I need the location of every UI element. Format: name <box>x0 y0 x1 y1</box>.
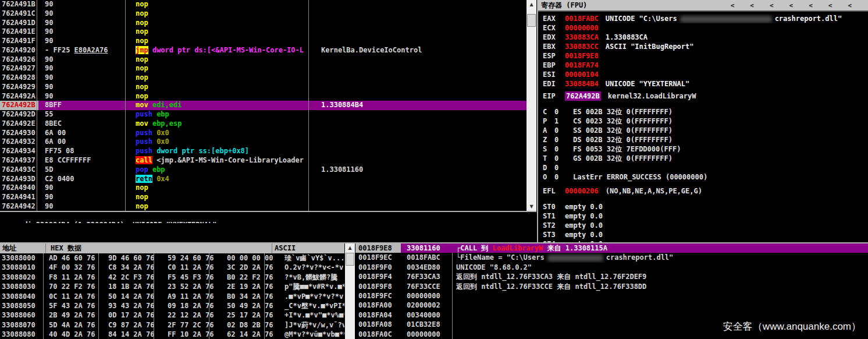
disasm-row[interactable]: 762A493DC2 0400retn 0x4 <box>0 175 527 184</box>
instruction-bytes: 90 <box>38 0 133 9</box>
disasm-row[interactable]: 762A492D55push ebp <box>0 110 527 119</box>
disasm-row[interactable]: 762A492990nop <box>0 83 527 92</box>
flag-row[interactable]: S0FS 0053 32位 7EFDD000(FFF) <box>538 144 868 154</box>
stack-row[interactable]: 0018F9F876F33CCE返回到 ntdll_12.76F33CCE 来自… <box>355 282 868 291</box>
disasm-row[interactable]: 762A491F90nop <box>0 37 527 46</box>
register-row[interactable]: EBX330883CCASCII "InitBugReport" <box>538 42 868 51</box>
collapse-chevron-icon[interactable]: < <box>789 2 794 9</box>
collapse-chevron-icon[interactable]: < <box>809 2 813 9</box>
dump-hex-group: 5F 43 2A 76 <box>45 301 104 310</box>
column-divider[interactable] <box>125 0 126 211</box>
disasm-row[interactable]: 762A491B90nop <box>0 0 527 9</box>
stack-address: 0018F9EC <box>355 253 401 262</box>
stack-row[interactable]: 0018F9F476F33CA3返回到 ntdll_12.76F33CA3 来自… <box>355 272 868 281</box>
stack-row[interactable]: 0018F9FC00000000 <box>355 291 868 301</box>
instruction-text: nop <box>133 37 319 46</box>
stack-row[interactable]: 0018F9EC0018FABC└FileName = "C:\Userscra… <box>355 253 868 262</box>
flag-name: S <box>543 144 554 154</box>
scroll-up-icon[interactable]: ▲ <box>345 243 355 252</box>
flag-row[interactable]: O0LastErr ERROR_SUCCESS (00000000) <box>538 172 868 182</box>
register-row[interactable]: EDX330883CA1.330883CA <box>538 33 868 42</box>
dump-hex-group: C8 34 2A 76 <box>104 263 163 272</box>
register-row[interactable]: ESP0018F9E8 <box>538 51 868 61</box>
efl-row[interactable]: EFL00000206(NO,NB,NE,A,NS,PE,GE,G) <box>538 186 868 196</box>
dump-row[interactable]: 3308808040 4D 2A 7684 14 2A 76FF 10 2A 7… <box>0 330 344 339</box>
disasm-row[interactable]: 762A494090nop <box>0 183 527 193</box>
register-row[interactable]: ECX00000000 <box>538 23 868 33</box>
collapse-chevron-icon[interactable]: < <box>828 2 833 9</box>
disasm-row[interactable]: 762A492690nop <box>0 55 527 65</box>
dump-row[interactable]: 330880505F 43 2A 7693 43 2A 7609 18 2A 7… <box>0 301 344 310</box>
stack-row[interactable]: 0018F9E833081160┌CALL 到 LoadLibraryW 来自 … <box>355 243 868 253</box>
flag-row[interactable]: D0 <box>538 163 868 172</box>
text-token: 90 <box>45 27 53 36</box>
disasm-row[interactable]: 762A492B8BFFmov edi,edi1.330884B4 <box>0 101 527 110</box>
text-token: - <box>45 46 53 54</box>
register-row[interactable]: EAX0018FABCUNICODE "C:\Userscrashreport.… <box>538 14 868 23</box>
disassembly-pane[interactable]: 762A491B90nop762A491C90nop762A491D90nop7… <box>0 0 536 211</box>
fpu-row[interactable]: ST2empty 0.0 <box>538 221 868 230</box>
stack-row[interactable]: 0018F9F00034ED80UNICODE "8.68.0.2" <box>355 263 868 272</box>
register-row-eip[interactable]: EIP762A492Bkernel32.LoadLibraryW <box>538 91 868 101</box>
dump-row[interactable]: 330880602B 49 2A 760D 17 2A 7622 12 2A 7… <box>0 310 344 320</box>
register-row[interactable]: EDI330884B4UNICODE "YYEXTERNAL" <box>538 79 868 89</box>
disasm-row[interactable]: 762A49306A 00push 0x0 <box>0 129 527 138</box>
fpu-row[interactable]: ST3empty 0.0 <box>538 230 868 239</box>
flag-row[interactable]: C0ES 002B 32位 0(FFFFFFFF) <box>538 107 868 116</box>
fpu-row[interactable]: ST1empty 0.0 <box>538 211 868 221</box>
disasm-row[interactable]: 762A491E90nop <box>0 27 527 37</box>
text-token: 90 <box>45 64 53 72</box>
registers-pane[interactable]: 寄存器 (FPU) <<<<<<< EAX0018FABCUNICODE "C:… <box>538 0 868 243</box>
flag-row[interactable]: A0SS 002B 32位 0(FFFFFFFF) <box>538 126 868 135</box>
memory-dump-pane[interactable]: 地址 HEX 数据 ASCII 33088000AD 46 60 769D 46… <box>0 243 344 339</box>
dump-row[interactable]: 330880400C 11 2A 7650 14 2A 76A9 11 2A 7… <box>0 292 344 301</box>
scroll-down-icon[interactable]: ▼ <box>527 202 536 211</box>
dump-scrollbar[interactable]: ▲ <box>345 243 355 339</box>
disasm-row[interactable]: 762A491C90nop <box>0 9 527 19</box>
dump-hex-group: 0D 17 2A 76 <box>104 310 163 320</box>
dump-address: 33088080 <box>0 330 45 339</box>
fpu-row[interactable]: ST0empty 0.0 <box>538 202 868 211</box>
instruction-text: nop <box>133 0 319 9</box>
instruction-bytes: FF75 08 <box>38 147 133 156</box>
collapse-chevron-icon[interactable]: < <box>770 2 774 9</box>
disasm-row[interactable]: 762A494290nop <box>0 202 527 211</box>
dump-row[interactable]: 330880705D 4A 2A 76C9 87 2A 762F 77 2C 7… <box>0 320 344 330</box>
disasm-row[interactable]: 762A4920- FF25 E80A2A76jmp dword ptr ds:… <box>0 46 527 55</box>
collapse-chevron-icon[interactable]: < <box>750 2 754 9</box>
scroll-up-icon[interactable]: ▲ <box>527 0 536 9</box>
instruction-bytes: 90 <box>38 64 133 73</box>
dump-hex-group: 09 18 2A 76 <box>163 301 223 310</box>
dump-row[interactable]: 33088000AD 46 60 769D 46 60 7659 24 60 7… <box>0 253 344 263</box>
dump-row[interactable]: 33088020F8 11 2A 7642 2C F3 76F5 45 F3 7… <box>0 273 344 282</box>
disasm-row[interactable]: 762A493C5Dpop ebp1.33081160 <box>0 165 527 175</box>
register-row[interactable]: EBP0018FA74 <box>538 61 868 70</box>
register-row[interactable]: ESI00000104 <box>538 70 868 79</box>
disasm-row[interactable]: 762A492790nop <box>0 64 527 73</box>
disasm-row[interactable]: 762A4937E8 CCFFFFFFcall <jmp.&API-MS-Win… <box>0 156 527 165</box>
disasm-row[interactable]: 762A492A90nop <box>0 92 527 101</box>
stack-row[interactable]: 0018FA0400340000 <box>355 310 868 320</box>
scrollbar-thumb[interactable] <box>527 14 536 27</box>
disasm-row[interactable]: 762A49326A 00push 0x0 <box>0 137 527 147</box>
flag-row[interactable]: T0GS 002B 32位 0(FFFFFFFF) <box>538 154 868 163</box>
disasm-row[interactable]: 762A492E8BECmov ebp,esp <box>0 119 527 129</box>
disasm-row[interactable]: 762A491D90nop <box>0 19 527 28</box>
flag-row[interactable]: Z0DS 002B 32位 0(FFFFFFFF) <box>538 135 868 144</box>
disasm-row[interactable]: 762A4934FF75 08push dword ptr ss:[ebp+0x… <box>0 147 527 156</box>
collapse-chevron-icon[interactable]: < <box>731 2 735 9</box>
scrollbar-thumb[interactable] <box>346 253 354 266</box>
column-divider[interactable] <box>37 0 37 211</box>
collapse-chevron-icon[interactable]: < <box>848 2 852 9</box>
flag-value: 1 <box>554 116 573 126</box>
stack-row[interactable]: 0018FA0002000002 <box>355 301 868 310</box>
dump-row[interactable]: 330880104F 00 32 76C8 34 2A 76C0 11 2A 7… <box>0 263 344 272</box>
column-divider[interactable] <box>308 0 309 211</box>
disasm-row[interactable]: 762A494190nop <box>0 193 527 202</box>
flag-row[interactable]: P1CS 0023 32位 0(FFFFFFFF) <box>538 116 868 126</box>
disasm-row[interactable]: 762A492890nop <box>0 73 527 83</box>
registers-titlebar[interactable]: 寄存器 (FPU) <<<<<<< <box>538 0 868 12</box>
dump-row[interactable]: 3308803070 22 F2 7618 1B 2A 7623 52 2A 7… <box>0 282 344 291</box>
text-token: edi,edi <box>148 101 182 109</box>
disasm-scrollbar[interactable]: ▲ ▼ <box>527 0 536 211</box>
